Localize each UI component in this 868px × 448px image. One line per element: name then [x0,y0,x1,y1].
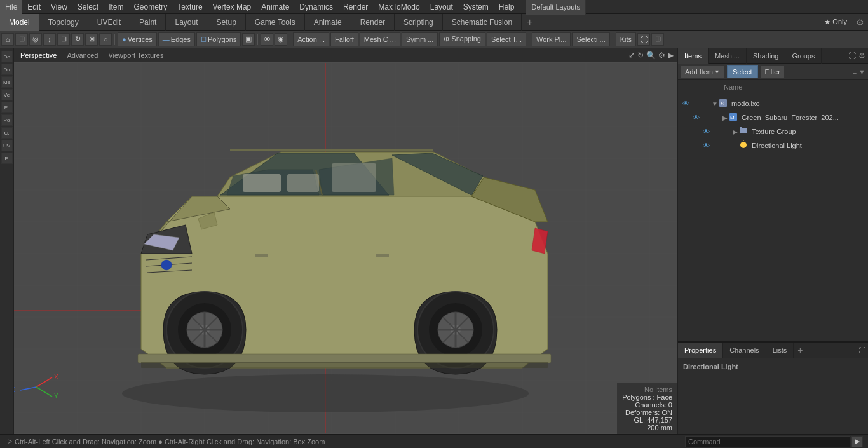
viewport-refresh-icon[interactable]: ↻ [637,51,644,60]
tab-setup[interactable]: Setup [207,14,245,31]
viewport-settings-icon[interactable]: ⚙ [658,51,665,60]
toolbar-selectt[interactable]: Select T... [487,32,526,46]
toolbar-eye[interactable]: 👁 [261,33,273,46]
left-btn-me[interactable]: Me [1,76,13,88]
toolbar-select-lasso[interactable]: ◎ [29,33,42,46]
prop-tab-channels[interactable]: Channels [723,343,766,358]
tab-star-only[interactable]: ★ Only [819,18,852,26]
panel-expand-icon[interactable]: ⛶ [848,51,856,60]
left-btn-c[interactable]: C. [1,127,13,139]
toolbar-rotate[interactable]: ↻ [71,33,84,46]
tab-add-button[interactable]: + [522,17,538,28]
menu-dynamics[interactable]: Dynamics [294,0,338,14]
toolbar-move[interactable]: ⊡ [57,33,70,46]
toolbar-kits[interactable]: Kits [616,32,636,46]
left-btn-dup[interactable]: Du [1,64,13,75]
tab-schematic[interactable]: Schematic Fusion [443,14,522,31]
left-btn-ver[interactable]: Ve [1,89,13,100]
menu-vertexmap[interactable]: Vertex Map [208,0,257,14]
toolbar-falloff[interactable]: Falloff [330,32,358,46]
viewport-search-icon[interactable]: 🔍 [646,51,656,60]
viewport-scene[interactable]: X Y Z No Items Polygons : Face Channels:… [14,62,677,434]
tab-paint[interactable]: Paint [130,14,166,31]
toolbar-symm[interactable]: Symm ... [402,32,438,46]
tree-item-texgroup[interactable]: 👁 ▶ Texture Group [678,125,868,139]
menu-render[interactable]: Render [338,0,373,14]
toolbar-meshc[interactable]: Mesh C ... [360,32,400,46]
viewport-tab-textures[interactable]: Viewport Textures [105,51,166,59]
menu-maxtomodo[interactable]: MaxToModo [373,0,424,14]
tab-uvedit[interactable]: UVEdit [88,14,130,31]
tab-animate[interactable]: Animate [305,14,351,31]
toolbar-polygons[interactable]: ◻ Polygons [196,32,241,46]
menu-layout[interactable]: Layout [425,0,458,14]
toolbar-workpl[interactable]: Work Pl... [532,32,571,46]
command-run-button[interactable]: ▶ [851,436,863,447]
tree-vis-texgroup[interactable]: 👁 [701,126,711,137]
tree-vis-dirlight[interactable]: 👁 [701,140,711,151]
toolbar-grid[interactable]: ⊞ [15,33,28,46]
toolbar-selecti[interactable]: Selecti ... [572,32,609,46]
add-item-button[interactable]: Add Item ▼ [681,65,724,78]
tab-scripting[interactable]: Scripting [395,14,443,31]
tree-expand-root[interactable]: ▼ [711,100,719,107]
toolbar-fullscreen[interactable]: ⛶ [637,33,650,46]
prop-tab-properties[interactable]: Properties [678,343,723,358]
prop-tab-lists[interactable]: Lists [766,343,794,358]
panel-tab-shading[interactable]: Shading [747,48,785,64]
viewport-tab-advanced[interactable]: Advanced [64,51,100,59]
tree-item-dirlight[interactable]: 👁 Directional Light [678,139,868,153]
left-btn-pol[interactable]: Po [1,114,13,126]
menu-view[interactable]: View [46,0,72,14]
select-button[interactable]: Select [727,65,758,78]
menu-file[interactable]: File [0,0,22,14]
toolbar-mode-icon[interactable]: ▣ [242,33,255,46]
tab-options[interactable]: ⚙ [852,17,868,27]
viewport-maximize-icon[interactable]: ⤢ [628,51,635,60]
panel-tab-mesh[interactable]: Mesh ... [709,48,747,64]
viewport-expand-icon[interactable]: ▶ [668,51,674,60]
panel-options-icon[interactable]: ⚙ [858,51,865,60]
tab-layout[interactable]: Layout [166,14,207,31]
panel-tab-groups[interactable]: Groups [785,48,822,64]
left-btn-f[interactable]: F. [1,153,13,164]
items-expand-icon[interactable]: ≡ ▼ [853,68,865,76]
toolbar-edges[interactable]: — Edges [158,32,195,46]
prop-add-button[interactable]: + [794,343,806,358]
toolbar-transform[interactable]: ↕ [43,33,56,46]
menu-edit[interactable]: Edit [22,0,46,14]
layout-selector[interactable]: Default Layouts [526,0,585,15]
tree-item-root[interactable]: 👁 ▼ S modo.lxo [678,97,868,111]
left-btn-uv[interactable]: UV [1,140,13,151]
statusbar-arrow-icon[interactable]: > [5,437,15,446]
toolbar-circle[interactable]: ○ [99,33,112,46]
prop-expand-icon[interactable]: ⛶ [856,343,868,358]
tab-topology[interactable]: Topology [39,14,88,31]
tab-render[interactable]: Render [351,14,395,31]
menu-help[interactable]: Help [494,0,520,14]
toolbar-sphere[interactable]: ◉ [275,33,287,46]
toolbar-vertices[interactable]: ● Vertices [118,32,157,46]
toolbar-home[interactable]: ⌂ [1,33,14,46]
tab-gametools[interactable]: Game Tools [246,14,305,31]
filter-button[interactable]: Filter [761,65,785,78]
left-btn-de[interactable]: De [1,51,13,62]
tree-item-mesh[interactable]: 👁 ▶ M Green_Subaru_Forester_202... [678,111,868,125]
tree-vis-root[interactable]: 👁 [681,98,691,109]
menu-select[interactable]: Select [72,0,104,14]
viewport-tab-perspective[interactable]: Perspective [18,51,59,59]
toolbar-scale[interactable]: ⊠ [85,33,98,46]
tab-model[interactable]: Model [0,14,39,31]
tree-vis-mesh[interactable]: 👁 [691,112,701,123]
toolbar-layout-icon[interactable]: ⊞ [651,33,664,46]
menu-geometry[interactable]: Geometry [129,0,173,14]
menu-item[interactable]: Item [104,0,128,14]
viewport-3d[interactable]: Perspective Advanced Viewport Textures ⤢… [14,48,677,434]
panel-tab-items[interactable]: Items [678,48,709,64]
tree-expand-texgroup[interactable]: ▶ [731,128,739,135]
command-input[interactable] [685,436,850,447]
menu-texture[interactable]: Texture [172,0,207,14]
tree-expand-mesh[interactable]: ▶ [721,114,729,121]
toolbar-snapping[interactable]: ⊕ Snapping [439,32,485,46]
menu-system[interactable]: System [458,0,494,14]
